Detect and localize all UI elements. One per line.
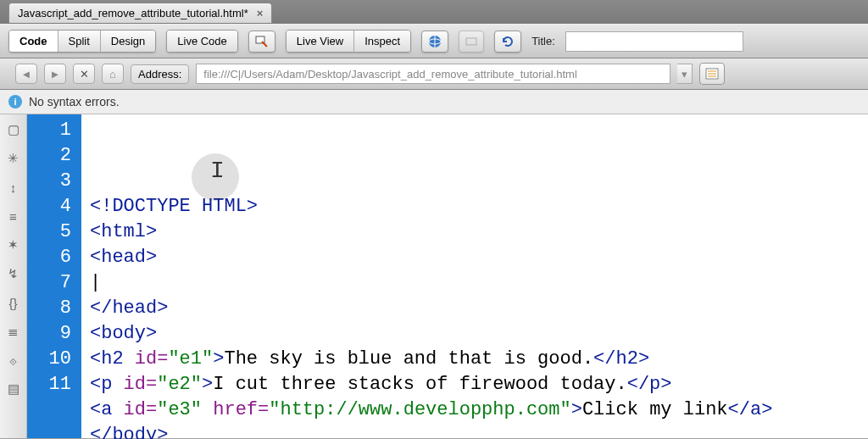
line-number: 7: [27, 270, 71, 296]
show-code-navigator-icon[interactable]: ✳: [5, 150, 22, 167]
inspect-tool-icon[interactable]: [248, 31, 275, 53]
code-line: <!DOCTYPE HTML>: [90, 196, 258, 217]
line-numbers-icon[interactable]: ≡: [5, 208, 22, 225]
recent-snippets-icon[interactable]: ▤: [5, 381, 22, 397]
live-code-button[interactable]: Live Code: [167, 31, 237, 52]
line-number: 6: [27, 245, 71, 270]
code-line: </head>: [90, 297, 168, 319]
line-number: 1: [27, 118, 71, 143]
split-button[interactable]: Split: [58, 31, 101, 52]
wrap-tag-icon[interactable]: ⟐: [5, 352, 22, 369]
line-number: 3: [27, 169, 71, 194]
inspect-button[interactable]: Inspect: [354, 31, 410, 52]
address-dropdown-icon[interactable]: ▾: [677, 64, 693, 84]
collapse-tag-icon[interactable]: ↕: [5, 179, 22, 196]
line-number: 4: [27, 194, 71, 220]
tab-title: Javascript_add_remove_attribute_tutorial…: [18, 7, 248, 19]
code-line: <body>: [90, 323, 157, 344]
editor-area: ▢ ✳ ↕ ≡ ✶ ↯ {} ≣ ⟐ ▤ 1 2 3 4 5 6 7 8 9 1…: [0, 114, 868, 438]
main-toolbar: Code Split Design Live Code Live View In…: [0, 24, 868, 58]
close-icon[interactable]: ×: [257, 7, 264, 19]
code-line: <h2 id="e1">The sky is blue and that is …: [90, 348, 649, 370]
caret: |: [90, 272, 101, 293]
select-parent-tag-icon[interactable]: ↯: [5, 265, 22, 282]
code-line: <head>: [90, 247, 157, 268]
home-icon[interactable]: ⌂: [102, 64, 124, 84]
code-line: <p id="e2">I cut three stacks of firewoo…: [90, 374, 672, 395]
code-line: </body>: [90, 425, 168, 439]
code-button[interactable]: Code: [9, 31, 58, 52]
code-line: <a id="e3" href="http://www.developphp.c…: [90, 399, 772, 420]
forward-icon[interactable]: ►: [44, 64, 66, 84]
syntax-status-bar: i No syntax errors.: [0, 90, 868, 114]
title-label: Title:: [531, 35, 555, 47]
view-mode-group: Code Split Design: [8, 30, 156, 53]
browser-preview-icon[interactable]: [421, 31, 448, 53]
info-icon: i: [8, 95, 22, 108]
code-tools-gutter: ▢ ✳ ↕ ≡ ✶ ↯ {} ≣ ⟐ ▤: [0, 114, 27, 438]
address-bar: ◄ ► ✕ ⌂ Address: ▾: [0, 58, 868, 90]
design-button[interactable]: Design: [101, 31, 155, 52]
live-view-group: Live View Inspect: [286, 30, 411, 53]
line-number: 11: [27, 372, 71, 397]
open-documents-icon[interactable]: ▢: [5, 121, 22, 138]
back-icon[interactable]: ◄: [15, 64, 37, 84]
tab-bar: Javascript_add_remove_attribute_tutorial…: [0, 0, 868, 24]
highlight-invalid-icon[interactable]: ✶: [5, 236, 22, 253]
stop-icon[interactable]: ✕: [73, 64, 95, 84]
line-number: 2: [27, 143, 71, 169]
refresh-icon[interactable]: [494, 31, 521, 53]
svg-rect-4: [466, 38, 476, 45]
balance-braces-icon[interactable]: {}: [5, 294, 22, 311]
address-label: Address:: [131, 64, 189, 84]
text-cursor-icon: I: [210, 158, 225, 184]
status-text: No syntax errors.: [29, 95, 120, 108]
apply-comment-icon[interactable]: ≣: [5, 323, 22, 340]
sites-list-icon[interactable]: [699, 63, 725, 85]
line-number: 10: [27, 347, 71, 372]
live-code-group: Live Code: [166, 30, 238, 53]
visual-aids-icon[interactable]: [459, 31, 484, 53]
line-number: 9: [27, 321, 71, 347]
line-number: 8: [27, 296, 71, 321]
file-tab[interactable]: Javascript_add_remove_attribute_tutorial…: [8, 3, 272, 23]
live-view-button[interactable]: Live View: [287, 31, 354, 52]
line-number-gutter: 1 2 3 4 5 6 7 8 9 10 11: [27, 114, 81, 438]
code-line: <html>: [90, 221, 157, 242]
title-input[interactable]: [565, 31, 743, 52]
code-editor[interactable]: I <!DOCTYPE HTML> <html> <head> | </head…: [81, 114, 868, 438]
line-number: 5: [27, 220, 71, 245]
address-input[interactable]: [196, 64, 670, 84]
